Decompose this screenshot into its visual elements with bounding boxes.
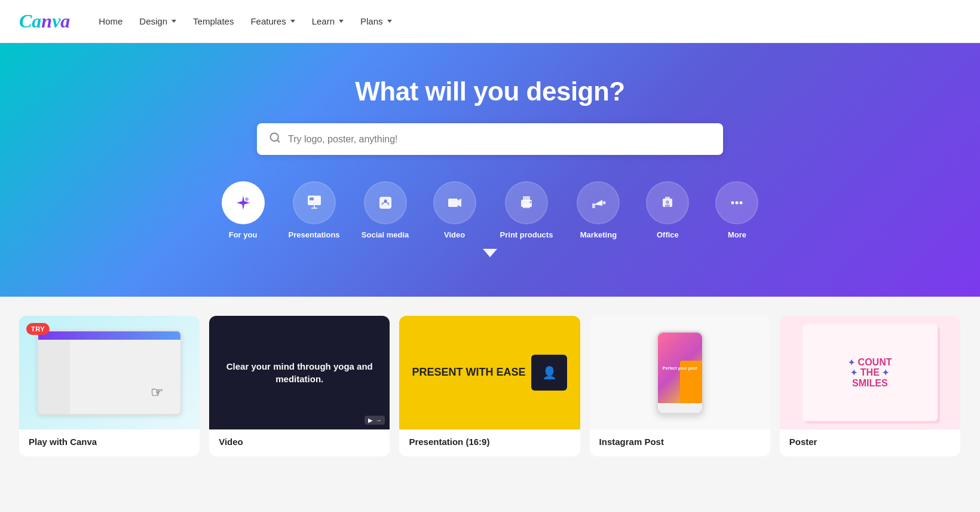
nav-links: Home Design Templates Features Learn [91,11,399,31]
presentation-thumb-text: PRESENT WITH EASE [412,366,525,379]
features-chevron-icon [290,20,295,23]
svg-point-23 [736,202,739,205]
star-icon-3: ✦ [882,368,889,377]
for-you-icon [222,181,265,224]
poster-card[interactable]: ✦ COUNT ✦ THE ✦ SMILES Poster [780,316,960,456]
category-video[interactable]: Video [431,181,479,239]
video-badge: ▶ → [365,416,385,425]
search-icon [269,132,281,147]
presentations-label: Presentations [289,230,340,239]
try-badge: TRY [26,323,50,335]
svg-point-2 [245,197,249,201]
poster-label: Poster [780,429,960,456]
svg-point-15 [529,202,531,203]
phone-screen-text: Perfect your post [662,365,699,371]
plans-chevron-icon [387,20,392,23]
video-icon [433,181,476,224]
instagram-post-card[interactable]: Perfect your post Instagram Post [590,316,770,456]
templates-link[interactable]: Templates [186,11,241,31]
svg-point-21 [666,200,669,204]
marketing-icon [577,181,620,224]
play-with-canva-card[interactable]: TRY ☞ Play with Canva [19,316,200,456]
svg-rect-14 [523,205,530,208]
svg-rect-20 [665,205,670,207]
poster-thumb-bg: ✦ COUNT ✦ THE ✦ SMILES [780,316,960,429]
svg-rect-9 [379,197,391,209]
video-thumb-bg: Clear your mind through yoga and meditat… [209,316,390,429]
instagram-thumb: Perfect your post [590,316,770,429]
for-you-label: For you [229,230,258,239]
svg-rect-5 [315,197,319,199]
phone-mockup: Perfect your post [656,331,704,415]
category-marketing[interactable]: Marketing [574,181,622,239]
video-thumb: Clear your mind through yoga and meditat… [209,316,390,429]
category-for-you[interactable]: For you [219,181,267,239]
print-products-label: Print products [500,230,553,239]
logo[interactable]: Canva [19,10,70,32]
play-with-canva-thumb: TRY ☞ [19,316,200,429]
learn-chevron-icon [339,20,344,23]
star-icon-2: ✦ [850,368,858,377]
presentation-card[interactable]: PRESENT WITH EASE 👤 Presentation (16:9) [399,316,580,456]
instagram-thumb-bg: Perfect your post [590,316,770,429]
category-print-products[interactable]: Print products [500,181,553,239]
svg-point-10 [384,200,387,203]
play-icon: ▶ [368,417,373,423]
design-chevron-icon [172,20,176,23]
svg-rect-3 [308,196,321,205]
video-label: Video [209,429,390,456]
svg-rect-6 [315,199,318,200]
social-media-label: Social media [362,230,409,239]
presentation-label: Presentation (16:9) [399,429,580,456]
svg-point-22 [731,202,734,205]
social-media-icon [364,181,407,224]
category-office[interactable]: Office [644,181,691,239]
home-link[interactable]: Home [91,11,130,31]
presentations-icon [293,181,336,224]
svg-rect-16 [592,203,595,208]
marketing-label: Marketing [580,230,617,239]
video-card[interactable]: Clear your mind through yoga and meditat… [209,316,390,456]
plans-link[interactable]: Plans [353,11,399,31]
search-input[interactable] [288,134,711,145]
cursor-icon: ☞ [151,384,164,401]
design-cards: TRY ☞ Play with Canva Clear your mind th… [19,316,961,456]
hero-banner: What will you design? For you [0,43,980,297]
instagram-post-label: Instagram Post [590,429,770,456]
svg-rect-11 [448,199,458,207]
design-link[interactable]: Design [132,11,183,31]
features-link[interactable]: Features [243,11,302,31]
navbar: Canva Home Design Templates Features [0,0,980,43]
office-icon [646,181,689,224]
office-label: Office [657,230,679,239]
presentation-thumb: PRESENT WITH EASE 👤 [399,316,580,429]
phone-screen: Perfect your post [658,333,702,403]
play-with-canva-label: Play with Canva [19,429,200,456]
poster-thumb-text: ✦ COUNT ✦ THE ✦ SMILES [848,357,892,389]
play-thumb-sidebar [38,340,69,415]
star-icon: ✦ [848,358,855,367]
video-label: Video [444,230,465,239]
video-thumb-text: Clear your mind through yoga and meditat… [209,353,390,392]
svg-point-18 [604,202,605,204]
print-products-icon [505,181,548,224]
category-row: For you Presentations [24,181,956,239]
search-bar[interactable] [257,123,723,155]
more-icon [715,181,758,224]
svg-rect-13 [523,196,530,201]
svg-line-1 [277,140,280,142]
poster-thumb: ✦ COUNT ✦ THE ✦ SMILES [780,316,960,429]
content-area: TRY ☞ Play with Canva Clear your mind th… [0,297,980,480]
category-social-media[interactable]: Social media [362,181,409,239]
category-more[interactable]: More [713,181,761,239]
play-thumb-bar [38,331,180,340]
svg-point-24 [740,202,743,205]
svg-rect-4 [310,197,314,200]
presentation-thumb-bg: PRESENT WITH EASE 👤 [399,316,580,429]
category-presentations[interactable]: Presentations [289,181,340,239]
more-label: More [728,230,746,239]
hero-title: What will you design? [24,77,956,106]
learn-link[interactable]: Learn [305,11,351,31]
phone-bottom [658,403,702,413]
play-thumb-inner: ☞ [37,330,182,416]
